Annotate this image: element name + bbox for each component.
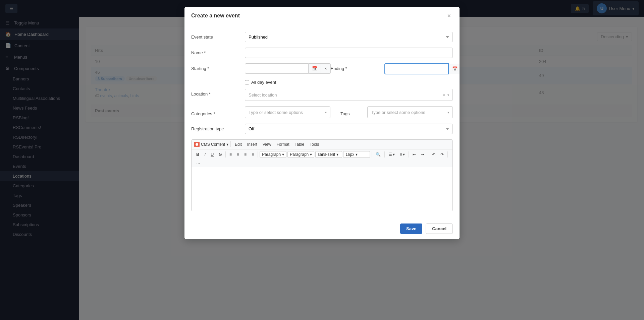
tags-select[interactable]: Type or select some options ▾ [367, 106, 453, 118]
format2-label: Paragraph [290, 152, 309, 157]
save-button[interactable]: Save [400, 223, 422, 234]
editor-sep-5 [384, 151, 385, 157]
editor-list-unordered-button[interactable]: ☰ ▾ [386, 151, 397, 158]
svg-point-0 [196, 143, 198, 146]
modal-footer: Save Cancel [184, 218, 460, 239]
editor-font-dropdown[interactable]: sans-serif ▾ [315, 151, 342, 158]
starting-clear-button[interactable]: × [321, 63, 331, 74]
calendar-icon: 📅 [452, 66, 458, 71]
event-state-select[interactable]: Published Unpublished Archived Trashed [245, 32, 453, 42]
location-chevron-icon: ▾ [447, 93, 449, 97]
modal-header: Create a new event × [184, 7, 460, 25]
editor-size-dropdown[interactable]: 16px ▾ [343, 151, 370, 158]
editor-indent-decrease-button[interactable]: ⇤ [411, 151, 418, 158]
redo-icon: ↷ [440, 152, 444, 157]
editor-menu-insert[interactable]: Insert [245, 141, 259, 148]
all-day-label[interactable]: All day event [251, 80, 276, 85]
editor-list-ordered-button[interactable]: ≡ ▾ [398, 151, 407, 158]
editor-sep-7 [428, 151, 428, 157]
align-right-icon: ≡ [244, 152, 247, 157]
location-select[interactable]: Select location × ▾ [245, 89, 453, 101]
registration-type-control: Off Internal External Free [245, 124, 453, 134]
editor-sep-3 [258, 151, 258, 157]
format2-chevron: ▾ [310, 152, 312, 157]
editor-align-center-button[interactable]: ≡ [235, 151, 241, 158]
datetime-row: Starting * 📅 × Ending * [191, 63, 453, 74]
registration-type-select[interactable]: Off Internal External Free [245, 124, 453, 134]
create-event-modal: Create a new event × Event state Publish… [184, 7, 460, 239]
tags-placeholder: Type or select some options [371, 110, 425, 115]
event-state-row: Event state Published Unpublished Archiv… [191, 32, 453, 42]
editor-more-button[interactable]: … [194, 159, 202, 166]
name-input[interactable] [245, 48, 453, 58]
categories-select[interactable]: Type or select some options ▾ [245, 106, 330, 118]
editor-align-left-button[interactable]: ≡ [227, 151, 234, 158]
ending-input[interactable] [384, 63, 449, 74]
event-state-label: Event state [191, 32, 245, 40]
modal-overlay: Create a new event × Event state Publish… [0, 0, 644, 320]
modal-close-button[interactable]: × [445, 12, 453, 19]
list-unordered-icon: ☰ [388, 152, 392, 157]
font-label: sans-serif [318, 152, 335, 157]
editor-sep-4 [372, 151, 372, 157]
starting-calendar-button[interactable]: 📅 [309, 63, 321, 74]
editor-underline-button[interactable]: U [209, 151, 216, 158]
all-day-row: All day event [245, 80, 453, 85]
undo-icon: ↶ [432, 152, 435, 157]
registration-type-row: Registration type Off Internal External … [191, 124, 453, 134]
editor-strikethrough-button[interactable]: S [217, 151, 224, 158]
tinymce-logo-icon [194, 142, 200, 147]
editor-indent-increase-button[interactable]: ⇥ [419, 151, 426, 158]
location-row: Location * Select location × ▾ [191, 89, 453, 101]
location-clear-icon[interactable]: × [442, 92, 446, 98]
align-center-icon: ≡ [237, 152, 239, 157]
categories-chevron-icon: ▾ [325, 111, 327, 114]
editor-format2-dropdown[interactable]: Paragraph ▾ [287, 151, 314, 158]
ending-control: 📅 × [384, 63, 460, 74]
editor-logo-text: CMS Content [201, 142, 225, 147]
location-label: Location * [191, 89, 245, 97]
editor-logo-chevron: ▾ [226, 142, 228, 147]
starting-control: 📅 × [245, 63, 331, 74]
editor-italic-button[interactable]: I [202, 151, 208, 158]
list-ordered-chevron: ▾ [403, 152, 405, 157]
editor-redo-button[interactable]: ↷ [438, 151, 446, 158]
editor-toolbar: B I U S ≡ ≡ ≡ ≡ [192, 149, 452, 167]
format1-label: Paragraph [262, 152, 281, 157]
categories-placeholder: Type or select some options [249, 110, 303, 115]
event-state-control: Published Unpublished Archived Trashed [245, 32, 453, 42]
more-icon: … [196, 160, 200, 165]
registration-type-label: Registration type [191, 124, 245, 131]
categories-tags-row: Categories * Type or select some options… [191, 106, 453, 118]
ending-calendar-button[interactable]: 📅 [449, 64, 460, 74]
starting-input[interactable] [245, 63, 309, 74]
tags-label: Tags [340, 109, 367, 116]
editor-undo-button[interactable]: ↶ [430, 151, 437, 158]
modal-body: Event state Published Unpublished Archiv… [184, 25, 460, 218]
name-row: Name * [191, 48, 453, 58]
editor-align-justify-button[interactable]: ≡ [250, 151, 256, 158]
name-control [245, 48, 453, 58]
list-unordered-chevron: ▾ [393, 152, 395, 157]
editor-menu-tools[interactable]: Tools [308, 141, 321, 148]
all-day-checkbox[interactable] [245, 80, 249, 84]
editor-menu-table[interactable]: Table [293, 141, 307, 148]
editor-menu-format[interactable]: Format [275, 141, 291, 148]
list-ordered-icon: ≡ [400, 152, 402, 157]
location-placeholder: Select location [249, 92, 277, 98]
editor-sep-6 [409, 151, 409, 157]
cancel-button[interactable]: Cancel [426, 223, 453, 234]
ending-label: Ending * [331, 63, 384, 71]
editor-menu-edit[interactable]: Edit [233, 141, 244, 148]
editor-format1-dropdown[interactable]: Paragraph ▾ [260, 151, 286, 158]
editor-search-button[interactable]: 🔍 [374, 151, 383, 158]
editor-menu-view[interactable]: View [261, 141, 273, 148]
editor-content[interactable] [192, 167, 452, 211]
size-label: 16px [345, 152, 354, 157]
editor-sep-8 [447, 151, 448, 157]
editor-bold-button[interactable]: B [194, 151, 201, 158]
editor-align-right-button[interactable]: ≡ [242, 151, 249, 158]
starting-datetime: 📅 × [245, 63, 331, 74]
editor-sep-2 [225, 151, 226, 157]
search-icon: 🔍 [376, 152, 381, 157]
